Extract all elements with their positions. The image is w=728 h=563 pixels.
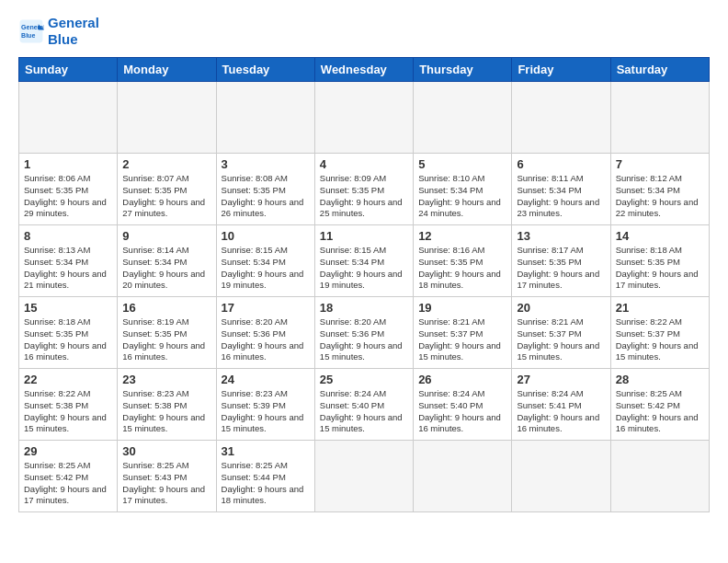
day-info: Sunrise: 8:07 AMSunset: 5:35 PMDaylight:… <box>122 173 210 220</box>
day-number: 8 <box>24 229 112 243</box>
day-cell: 29Sunrise: 8:25 AMSunset: 5:42 PMDayligh… <box>19 441 118 512</box>
day-info: Sunrise: 8:23 AMSunset: 5:38 PMDaylight:… <box>122 388 210 435</box>
day-cell <box>610 441 709 512</box>
day-cell: 20Sunrise: 8:21 AMSunset: 5:37 PMDayligh… <box>512 297 610 369</box>
day-number: 5 <box>418 157 506 171</box>
day-number: 14 <box>616 229 704 243</box>
day-number: 27 <box>517 373 605 386</box>
day-number: 22 <box>24 373 112 386</box>
day-number: 3 <box>222 157 310 171</box>
day-number: 28 <box>616 373 704 386</box>
day-number: 18 <box>320 301 408 315</box>
day-number: 7 <box>616 157 704 171</box>
day-info: Sunrise: 8:22 AMSunset: 5:37 PMDaylight:… <box>616 316 704 363</box>
day-info: Sunrise: 8:17 AMSunset: 5:35 PMDaylight:… <box>517 245 605 292</box>
day-info: Sunrise: 8:15 AMSunset: 5:34 PMDaylight:… <box>320 245 408 292</box>
day-number: 9 <box>122 229 210 243</box>
week-row-3: 15Sunrise: 8:18 AMSunset: 5:35 PMDayligh… <box>19 297 710 369</box>
day-info: Sunrise: 8:21 AMSunset: 5:37 PMDaylight:… <box>418 316 506 363</box>
day-cell: 7Sunrise: 8:12 AMSunset: 5:34 PMDaylight… <box>610 154 709 225</box>
day-info: Sunrise: 8:25 AMSunset: 5:42 PMDaylight:… <box>24 460 112 507</box>
day-info: Sunrise: 8:24 AMSunset: 5:41 PMDaylight:… <box>517 388 605 435</box>
day-number: 23 <box>122 373 210 386</box>
day-number: 6 <box>517 157 605 171</box>
day-number: 13 <box>517 229 605 243</box>
day-cell <box>512 441 610 512</box>
day-info: Sunrise: 8:20 AMSunset: 5:36 PMDaylight:… <box>222 316 310 363</box>
day-cell: 3Sunrise: 8:08 AMSunset: 5:35 PMDaylight… <box>216 154 314 225</box>
day-cell: 9Sunrise: 8:14 AMSunset: 5:34 PMDaylight… <box>118 225 216 297</box>
day-info: Sunrise: 8:13 AMSunset: 5:34 PMDaylight:… <box>24 245 112 292</box>
day-number: 10 <box>222 229 310 243</box>
day-cell <box>314 441 413 512</box>
day-cell: 13Sunrise: 8:17 AMSunset: 5:35 PMDayligh… <box>512 225 610 297</box>
day-cell <box>610 82 709 154</box>
day-number: 11 <box>320 229 408 243</box>
day-cell: 11Sunrise: 8:15 AMSunset: 5:34 PMDayligh… <box>314 225 413 297</box>
day-cell: 5Sunrise: 8:10 AMSunset: 5:34 PMDaylight… <box>414 154 512 225</box>
day-cell <box>216 82 314 154</box>
day-number: 30 <box>122 444 210 458</box>
day-info: Sunrise: 8:08 AMSunset: 5:35 PMDaylight:… <box>222 173 310 220</box>
day-cell: 16Sunrise: 8:19 AMSunset: 5:35 PMDayligh… <box>118 297 216 369</box>
day-number: 21 <box>616 301 704 315</box>
svg-text:Blue: Blue <box>21 32 35 39</box>
day-cell <box>19 82 118 154</box>
day-cell: 22Sunrise: 8:22 AMSunset: 5:38 PMDayligh… <box>19 369 118 441</box>
day-number: 12 <box>418 229 506 243</box>
week-row-4: 22Sunrise: 8:22 AMSunset: 5:38 PMDayligh… <box>19 369 710 441</box>
day-info: Sunrise: 8:24 AMSunset: 5:40 PMDaylight:… <box>320 388 408 435</box>
day-cell: 14Sunrise: 8:18 AMSunset: 5:35 PMDayligh… <box>610 225 709 297</box>
day-number: 29 <box>24 444 112 458</box>
day-info: Sunrise: 8:25 AMSunset: 5:43 PMDaylight:… <box>122 460 210 507</box>
day-cell: 2Sunrise: 8:07 AMSunset: 5:35 PMDaylight… <box>118 154 216 225</box>
col-header-saturday: Saturday <box>610 58 709 82</box>
day-number: 4 <box>320 157 408 171</box>
day-cell: 21Sunrise: 8:22 AMSunset: 5:37 PMDayligh… <box>610 297 709 369</box>
day-info: Sunrise: 8:11 AMSunset: 5:34 PMDaylight:… <box>517 173 605 220</box>
col-header-monday: Monday <box>118 58 216 82</box>
header: General Blue General Blue <box>18 15 710 48</box>
calendar-table: SundayMondayTuesdayWednesdayThursdayFrid… <box>18 57 710 512</box>
day-info: Sunrise: 8:22 AMSunset: 5:38 PMDaylight:… <box>24 388 112 435</box>
main-container: General Blue General Blue SundayMondayTu… <box>0 0 728 522</box>
day-info: Sunrise: 8:12 AMSunset: 5:34 PMDaylight:… <box>616 173 704 220</box>
day-number: 26 <box>418 373 506 386</box>
day-cell <box>414 441 512 512</box>
day-info: Sunrise: 8:10 AMSunset: 5:34 PMDaylight:… <box>418 173 506 220</box>
day-info: Sunrise: 8:25 AMSunset: 5:42 PMDaylight:… <box>616 388 704 435</box>
day-info: Sunrise: 8:09 AMSunset: 5:35 PMDaylight:… <box>320 173 408 220</box>
day-cell: 10Sunrise: 8:15 AMSunset: 5:34 PMDayligh… <box>216 225 314 297</box>
day-cell: 1Sunrise: 8:06 AMSunset: 5:35 PMDaylight… <box>19 154 118 225</box>
day-cell: 6Sunrise: 8:11 AMSunset: 5:34 PMDaylight… <box>512 154 610 225</box>
day-cell: 24Sunrise: 8:23 AMSunset: 5:39 PMDayligh… <box>216 369 314 441</box>
day-cell <box>314 82 413 154</box>
day-cell: 26Sunrise: 8:24 AMSunset: 5:40 PMDayligh… <box>414 369 512 441</box>
header-row: SundayMondayTuesdayWednesdayThursdayFrid… <box>19 58 710 82</box>
col-header-tuesday: Tuesday <box>216 58 314 82</box>
day-info: Sunrise: 8:20 AMSunset: 5:36 PMDaylight:… <box>320 316 408 363</box>
day-cell: 18Sunrise: 8:20 AMSunset: 5:36 PMDayligh… <box>314 297 413 369</box>
day-number: 15 <box>24 301 112 315</box>
day-cell: 8Sunrise: 8:13 AMSunset: 5:34 PMDaylight… <box>19 225 118 297</box>
day-info: Sunrise: 8:18 AMSunset: 5:35 PMDaylight:… <box>24 316 112 363</box>
day-info: Sunrise: 8:21 AMSunset: 5:37 PMDaylight:… <box>517 316 605 363</box>
day-info: Sunrise: 8:14 AMSunset: 5:34 PMDaylight:… <box>122 245 210 292</box>
week-row-0 <box>19 82 710 154</box>
day-cell: 30Sunrise: 8:25 AMSunset: 5:43 PMDayligh… <box>118 441 216 512</box>
day-cell: 12Sunrise: 8:16 AMSunset: 5:35 PMDayligh… <box>414 225 512 297</box>
logo-text-blue: Blue <box>48 31 99 48</box>
day-number: 17 <box>222 301 310 315</box>
day-number: 19 <box>418 301 506 315</box>
day-cell <box>414 82 512 154</box>
day-cell: 28Sunrise: 8:25 AMSunset: 5:42 PMDayligh… <box>610 369 709 441</box>
day-number: 25 <box>320 373 408 386</box>
logo-icon: General Blue <box>18 18 44 44</box>
day-cell: 15Sunrise: 8:18 AMSunset: 5:35 PMDayligh… <box>19 297 118 369</box>
day-info: Sunrise: 8:23 AMSunset: 5:39 PMDaylight:… <box>222 388 310 435</box>
day-cell: 23Sunrise: 8:23 AMSunset: 5:38 PMDayligh… <box>118 369 216 441</box>
logo: General Blue General Blue <box>18 15 99 48</box>
day-info: Sunrise: 8:16 AMSunset: 5:35 PMDaylight:… <box>418 245 506 292</box>
day-info: Sunrise: 8:25 AMSunset: 5:44 PMDaylight:… <box>222 460 310 507</box>
col-header-thursday: Thursday <box>414 58 512 82</box>
